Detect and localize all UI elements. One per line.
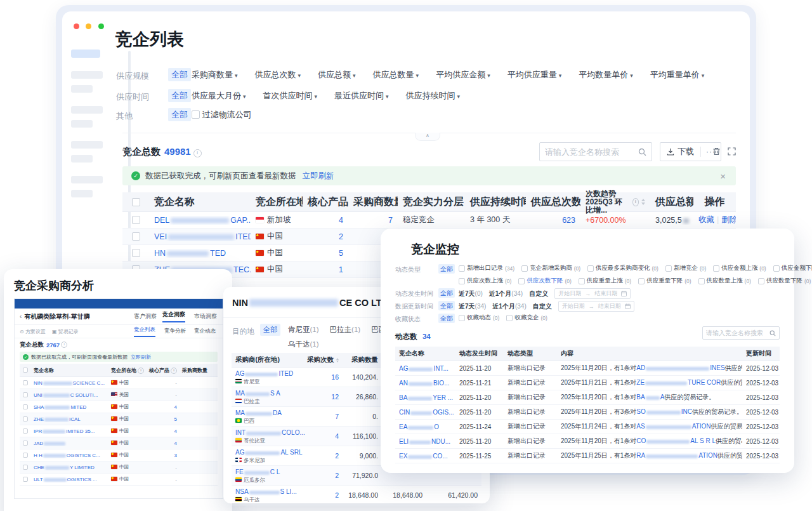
table-row[interactable]: NINSCIENCE C... 中国 - [20, 377, 218, 389]
search-icon[interactable] [638, 148, 652, 156]
checkbox-icon[interactable] [579, 278, 585, 284]
competitor-name-link[interactable]: ZHEICAL [31, 416, 108, 422]
row-checkbox[interactable] [23, 441, 28, 446]
purchaser-name-link[interactable]: FEC L [235, 468, 302, 476]
checkbox-icon[interactable] [758, 278, 764, 284]
competitor-name-link[interactable]: H HOGISTICS C... [31, 453, 108, 458]
checkbox-icon[interactable] [459, 265, 465, 272]
purchaser-name-link[interactable]: MAS A [235, 390, 302, 397]
row-checkbox[interactable] [23, 465, 28, 470]
type-option[interactable]: 供应金额上涨(0) [713, 264, 766, 272]
type-option[interactable]: 供应数量上涨(0) [698, 277, 751, 285]
update-all-chip[interactable]: 全部 [438, 301, 455, 310]
table-row[interactable]: UNIC SOLUTI... 美国 - [20, 389, 218, 401]
filter-dropdown[interactable]: 供应最大月份▾ [192, 90, 246, 102]
competitor-name-link[interactable]: UNIC SOLUTI... [31, 392, 108, 398]
maximize-window-button[interactable] [98, 23, 104, 29]
row-checkbox[interactable] [23, 428, 28, 434]
purchase-times-cell[interactable]: 7 [306, 413, 343, 420]
minimize-window-button[interactable] [86, 23, 91, 29]
tab-customer-insight[interactable]: 客户洞察 [134, 312, 157, 321]
purchase-times-cell[interactable]: 2 [306, 472, 343, 479]
delete-link[interactable]: 删除 [721, 215, 736, 224]
filter-all-chip[interactable]: 全部 [168, 68, 191, 81]
checkbox-icon[interactable] [521, 265, 528, 272]
purchaser-name-link[interactable]: INTCOLO... [235, 429, 302, 437]
table-row[interactable]: ZHEICAL 中国 5 [20, 413, 218, 425]
info-icon[interactable]: i [171, 368, 177, 374]
type-option[interactable]: 新增出口记录(34) [459, 264, 514, 272]
competitor-name-link[interactable]: HNTED [149, 249, 251, 258]
table-row[interactable]: CINOGIS... 2025-11-20 新增出口记录 2025年11月20日… [395, 405, 780, 420]
search-icon[interactable] [769, 330, 779, 336]
purchase-times-cell[interactable]: 16 [306, 373, 343, 381]
close-window-button[interactable] [74, 23, 79, 29]
destination-option[interactable]: 肯尼亚(1) [288, 325, 319, 335]
table-row[interactable]: IPRIMITED 35... 中国 4 [20, 425, 218, 437]
row-checkbox[interactable] [23, 404, 28, 409]
checkbox-icon[interactable] [192, 110, 200, 119]
destination-option[interactable]: 乌干达(1) [288, 340, 319, 349]
row-checkbox[interactable] [23, 416, 28, 421]
row-checkbox[interactable] [23, 392, 28, 397]
type-option[interactable]: 供应重量上涨(0) [579, 277, 631, 285]
table-row[interactable]: AGINT... 2025-11-20 新增出口记录 2025年11月20日，有… [395, 361, 780, 376]
competitor-name-link[interactable]: ULTOGISTICS ... [31, 477, 108, 482]
checkbox-icon[interactable] [638, 278, 645, 284]
table-row[interactable]: JAD 中国 4 [20, 437, 218, 449]
custom-range-label[interactable]: 自定义 [533, 302, 552, 311]
competitor-name-link[interactable]: CHEY LIMITED [31, 465, 108, 470]
filter-dropdown[interactable]: 平均供应金额▾ [436, 69, 490, 81]
back-icon[interactable]: ‹ [20, 313, 22, 320]
purchase-times-cell[interactable]: 12 [306, 393, 343, 401]
filter-all-chip[interactable]: 全部 [168, 89, 191, 102]
refresh-now-link[interactable]: 立即刷新 [131, 354, 151, 361]
filter-dropdown[interactable]: 平均供应重量▾ [508, 69, 562, 81]
purchase-times-cell[interactable]: 2 [306, 491, 343, 499]
select-all-checkbox[interactable] [23, 368, 28, 373]
type-option[interactable]: 供应金额下降(0) [773, 264, 812, 272]
checkbox-icon[interactable] [459, 315, 465, 321]
row-checkbox[interactable] [23, 380, 28, 385]
checkbox-icon[interactable] [587, 265, 594, 272]
type-all-chip[interactable]: 全部 [438, 264, 455, 274]
date-range-input[interactable]: 开始日期 → 结束日期 [554, 288, 631, 299]
filter-all-chip[interactable]: 全部 [168, 108, 191, 121]
checkbox-icon[interactable] [713, 265, 719, 272]
subtab-competitor-list[interactable]: 竞企列表 [134, 326, 155, 337]
favorite-option[interactable]: 收藏竞企(0) [506, 314, 547, 322]
info-icon[interactable]: i [632, 198, 639, 206]
checkbox-icon[interactable] [506, 315, 513, 321]
last-7-days-option[interactable]: 近7天(34) [459, 302, 486, 311]
custom-range-label[interactable]: 自定义 [529, 289, 548, 298]
filter-dropdown[interactable]: 平均数量单价▾ [579, 69, 633, 81]
favorite-link[interactable]: 收藏 [698, 215, 714, 224]
purchaser-name-link[interactable]: AGITED [235, 370, 302, 378]
purchaser-name-link[interactable]: MADA [235, 409, 302, 417]
info-icon[interactable]: i [138, 368, 144, 374]
type-option[interactable]: 供应次数上涨(0) [459, 277, 511, 285]
sort-icon[interactable] [641, 199, 645, 205]
select-all-checkbox[interactable] [132, 198, 140, 206]
checkbox-icon[interactable] [698, 278, 705, 284]
destination-all-chip[interactable]: 全部 [260, 324, 280, 336]
type-option[interactable]: 竞企新增采购商(0) [521, 264, 580, 272]
table-row[interactable]: SHAMITED 中国 4 [20, 401, 218, 413]
filter-dropdown[interactable]: 最近供应时间▾ [334, 90, 389, 102]
sort-icon[interactable] [336, 358, 339, 362]
fav-all-chip[interactable]: 全部 [438, 314, 455, 323]
table-row[interactable]: BAYER ... 2025-11-20 新增出口记录 2025年11月20日，… [395, 390, 780, 405]
date-range-input[interactable]: 开始日期 → 结束日期 [558, 301, 634, 312]
close-banner-icon[interactable]: × [714, 171, 732, 182]
competitor-name-link[interactable]: SHAMITED [31, 404, 108, 410]
table-row[interactable]: ELINDU... 2025-11-20 新增出口记录 2025年11月20日，… [395, 434, 780, 449]
table-row[interactable]: CHEY LIMITED 中国 - [20, 461, 218, 474]
table-row[interactable]: DELGAP... 新加坡 4 7 稳定竞企 3 年 300 天 623 +67… [122, 212, 736, 229]
row-checkbox[interactable] [132, 232, 140, 241]
competitor-name-link[interactable]: CINOGIS... [395, 409, 455, 416]
table-row[interactable]: NSAS LI... 乌干达 2 18,648.00 18,648.00 61,… [232, 486, 481, 505]
row-checkbox[interactable] [132, 249, 140, 257]
purchaser-name-link[interactable]: NSAS LI... [235, 488, 302, 496]
competitor-name-link[interactable]: AGINT... [395, 365, 455, 372]
checkbox-icon[interactable] [773, 265, 780, 272]
